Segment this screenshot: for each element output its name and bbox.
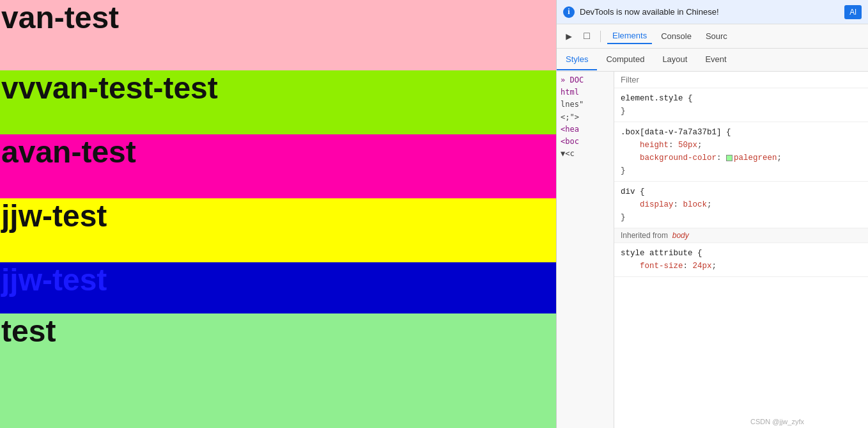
devtools-toolbar: ▶ □ Elements Console Sourc (557, 24, 868, 49)
page-band: test (0, 313, 556, 428)
inherited-label: Inherited from body (614, 228, 868, 243)
dom-line: <hea (561, 123, 610, 136)
band-text: test (1, 316, 56, 347)
styles-panel: element.style { } .box[data-v-7a7a37b1] … (614, 72, 868, 428)
dom-line: » DOC (561, 74, 610, 86)
devtools-bottom: » DOC html lnes" <;"> <hea <boc ▼<c elem… (557, 72, 868, 428)
dom-line: html (561, 86, 610, 99)
notify-text: DevTools is now available in Chinese! (580, 7, 719, 17)
inherited-from-body[interactable]: body (672, 231, 689, 240)
dom-panel: » DOC html lnes" <;"> <hea <boc ▼<c (557, 72, 614, 428)
page-band: jjw-test (0, 198, 556, 262)
tab-sources[interactable]: Sourc (701, 29, 732, 44)
tab-computed[interactable]: Computed (597, 49, 653, 70)
devtools-panel: i DevTools is now available in Chinese! … (556, 0, 868, 428)
style-selector: div { (621, 187, 645, 196)
tab-styles[interactable]: Styles (557, 49, 597, 70)
page-band: jjw-test (0, 262, 556, 313)
devtools-notification: i DevTools is now available in Chinese! … (557, 0, 868, 24)
dom-line: <;"> (561, 111, 610, 123)
band-text: jjw-test (1, 265, 107, 296)
style-selector: .box[data-v-7a7a37b1] { (621, 128, 731, 137)
style-value-height: 50px (678, 141, 697, 150)
dom-line: <boc (561, 136, 610, 148)
tab-layout[interactable]: Layout (653, 49, 696, 70)
style-close-brace: } (621, 166, 626, 175)
band-text: jjw-test (1, 201, 107, 232)
inherited-from-text: Inherited from (621, 231, 668, 240)
filter-bar (614, 72, 868, 88)
style-prop-fontsize: font-size (640, 262, 683, 271)
tab-event[interactable]: Event (696, 49, 735, 70)
color-swatch (726, 155, 732, 161)
page-band: avan-test (0, 134, 556, 198)
style-block-element: element.style { } (614, 88, 868, 122)
filter-input[interactable] (621, 75, 862, 84)
style-value-display: block (683, 200, 708, 209)
tab-elements[interactable]: Elements (607, 28, 652, 44)
band-text: avan-test (1, 137, 136, 168)
dom-line: lnes" (561, 99, 610, 111)
tab-console[interactable]: Console (656, 29, 697, 44)
style-block-div: div { display: block; } (614, 182, 868, 228)
style-close-brace: } (621, 213, 626, 222)
page-area: van-testvvvan-test-testavan-testjjw-test… (0, 0, 556, 428)
info-icon: i (563, 6, 575, 18)
inspector-tabs: Styles Computed Layout Event (557, 49, 868, 72)
notify-action-button[interactable]: Al (844, 5, 862, 19)
style-value-fontsize: 24px (693, 262, 712, 271)
style-selector: style attribute { (621, 249, 702, 258)
csdn-watermark: CSDN @jjw_zyfx (750, 418, 804, 425)
style-prop-bgcolor: background-color (640, 154, 717, 162)
cursor-icon[interactable]: ▶ (562, 29, 576, 44)
band-text: vvvan-test-test (1, 73, 218, 104)
band-text: van-test (1, 3, 119, 33)
dom-line: ▼<c (561, 148, 610, 160)
toolbar-separator (600, 31, 601, 42)
style-prop-display: display (640, 200, 674, 209)
style-selector: element.style { (621, 94, 693, 103)
style-block-attribute: style attribute { font-size: 24px; (614, 243, 868, 277)
style-block-box: .box[data-v-7a7a37b1] { height: 50px; ba… (614, 122, 868, 182)
style-prop-height: height (640, 141, 669, 150)
page-band: van-test (0, 0, 556, 70)
style-close-brace: } (621, 107, 626, 116)
inspect-icon[interactable]: □ (580, 29, 594, 44)
style-value-bgcolor: palegreen (734, 154, 777, 162)
page-band: vvvan-test-test (0, 70, 556, 134)
